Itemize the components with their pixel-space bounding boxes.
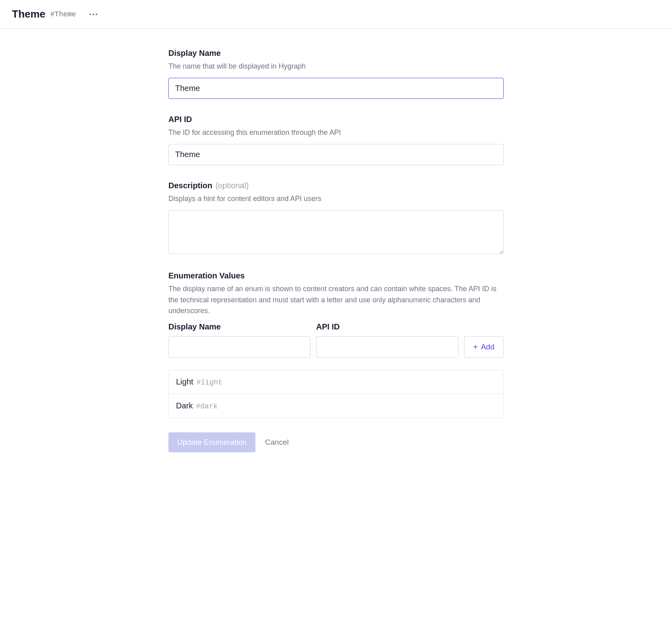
page-header: Theme #Theme [0,0,672,29]
api-id-label: API ID [168,115,192,124]
optional-tag: (optional) [215,181,249,190]
update-button[interactable]: Update Enumeration [168,432,255,452]
add-button[interactable]: + Add [464,336,504,358]
api-id-input[interactable] [168,144,504,165]
form-content: Display Name The name that will be displ… [156,29,516,468]
display-name-input[interactable] [168,78,504,99]
add-button-label: Add [481,343,494,351]
enum-inputs-row: Display Name API ID + Add [168,322,504,358]
api-id-hint: The ID for accessing this enumeration th… [168,127,504,138]
actions-row: Update Enumeration Cancel [168,432,504,452]
svg-point-2 [96,14,97,15]
description-label: Description [168,181,212,190]
display-name-hint: The name that will be displayed in Hygra… [168,61,504,72]
api-id-group: API ID The ID for accessing this enumera… [168,115,504,165]
enum-value-row[interactable]: Dark #dark [169,394,503,418]
plus-icon: + [473,343,478,351]
enum-api-id-col-label: API ID [316,322,458,331]
description-input[interactable] [168,210,504,254]
more-icon[interactable] [89,13,98,16]
description-group: Description (optional) Displays a hint f… [168,181,504,255]
enum-values-hint: The display name of an enum is shown to … [168,284,504,317]
enum-value-name: Light [176,377,193,386]
enum-display-name-input[interactable] [168,336,310,358]
enum-value-name: Dark [176,401,193,410]
display-name-group: Display Name The name that will be displ… [168,49,504,99]
enum-api-id-col: API ID [316,322,458,358]
cancel-button[interactable]: Cancel [265,438,289,447]
enum-values-list: Light #light Dark #dark [168,370,504,418]
page-title: Theme [12,8,45,20]
svg-point-1 [93,14,94,15]
enum-display-name-col: Display Name [168,322,310,358]
enum-value-id: #light [196,378,222,386]
enum-values-label: Enumeration Values [168,271,245,280]
enum-value-row[interactable]: Light #light [169,370,503,394]
display-name-label: Display Name [168,49,221,57]
enum-api-id-input[interactable] [316,336,458,358]
svg-point-0 [89,14,91,15]
page-tag: #Theme [50,10,76,18]
enum-value-id: #dark [196,402,217,410]
description-hint: Displays a hint for content editors and … [168,193,504,205]
enum-display-name-col-label: Display Name [168,322,310,331]
enum-values-section: Enumeration Values The display name of a… [168,271,504,418]
